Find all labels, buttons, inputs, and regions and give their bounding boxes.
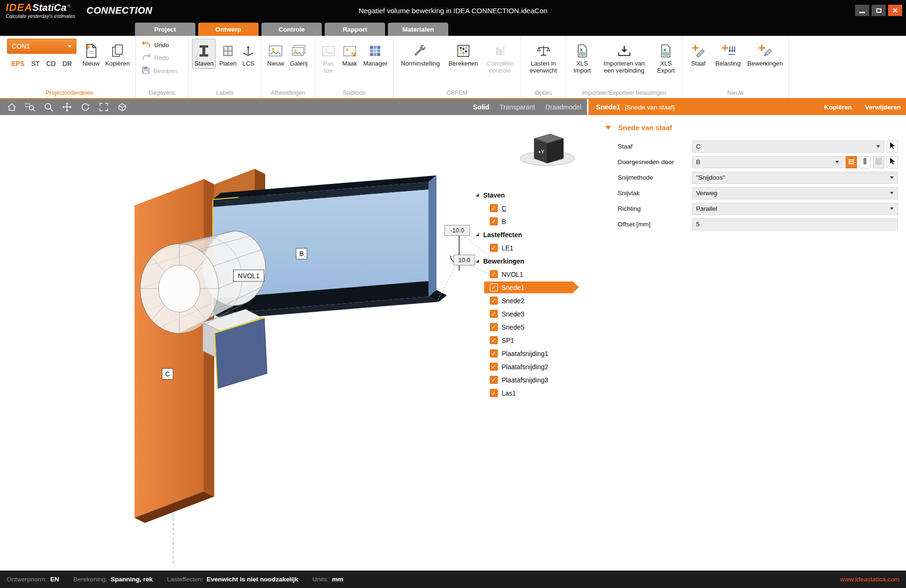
checkbox-checked-icon[interactable]: ✓ bbox=[490, 310, 498, 318]
checkbox-checked-icon[interactable]: ✓ bbox=[490, 349, 498, 357]
tab-rapport[interactable]: Rapport bbox=[325, 23, 385, 36]
mode-dr[interactable]: DR bbox=[62, 60, 72, 67]
zoom-icon[interactable] bbox=[42, 101, 55, 113]
checkbox-checked-icon[interactable]: ✓ bbox=[490, 336, 498, 344]
copy-operation-button[interactable]: Kopiëren bbox=[824, 104, 852, 111]
mode-cd[interactable]: CD bbox=[46, 60, 56, 67]
member-select[interactable]: C bbox=[692, 141, 884, 153]
tree-item-snede1-selected[interactable]: ✓ Snede1 bbox=[484, 282, 573, 293]
render-mode-solid[interactable]: Solid bbox=[473, 103, 489, 111]
tree-item-snede5[interactable]: ✓ Snede5 bbox=[490, 321, 524, 333]
loads-in-equilibrium-button[interactable]: Lasten in evenwicht bbox=[524, 39, 562, 75]
render-mode-wireframe[interactable]: Draadmodel bbox=[545, 103, 581, 111]
template-apply-button[interactable]: Pas toe bbox=[319, 39, 338, 75]
tree-item-nvol1[interactable]: ✓ NVOL1 bbox=[490, 268, 523, 280]
checkbox-checked-icon[interactable]: ✓ bbox=[490, 323, 498, 331]
zoom-fit-icon[interactable] bbox=[98, 101, 110, 113]
save-button[interactable]: Bewaren bbox=[139, 65, 180, 77]
home-view-icon[interactable] bbox=[6, 101, 18, 113]
complete-check-button[interactable]: Complete controle bbox=[483, 39, 517, 75]
cut-grid-toggle[interactable] bbox=[873, 156, 884, 168]
xls-export-button[interactable]: X XLS Export bbox=[654, 39, 679, 75]
website-link[interactable]: www.ideastatica.com bbox=[840, 576, 899, 583]
calculate-button[interactable]: Berekenen bbox=[445, 39, 482, 69]
cut-lines-toggle[interactable] bbox=[846, 156, 857, 168]
expander-icon[interactable] bbox=[476, 259, 479, 263]
expander-icon[interactable] bbox=[476, 193, 479, 197]
tree-group-lasteffecten[interactable]: Lasteffecten bbox=[476, 229, 522, 240]
template-manager-button[interactable]: Manager bbox=[361, 39, 390, 69]
cut-plane-select[interactable]: Verweg bbox=[692, 187, 898, 199]
tree-item-plaatafsnijding1[interactable]: ✓ Plaatafsnijding1 bbox=[490, 348, 548, 359]
tree-group-staven[interactable]: Staven bbox=[476, 189, 505, 201]
tree-item-sp1[interactable]: ✓ SP1 bbox=[490, 334, 514, 346]
new-operation-button[interactable]: Bewerkingen bbox=[745, 39, 785, 69]
pan-icon[interactable] bbox=[61, 101, 73, 113]
undo-button[interactable]: Undo bbox=[139, 40, 180, 50]
labels-platen-toggle[interactable]: Platen bbox=[217, 39, 239, 69]
pick-cut-member-button[interactable] bbox=[887, 156, 898, 168]
zoom-window-icon[interactable] bbox=[24, 101, 36, 113]
cut-method-select[interactable]: "Snijdoos" bbox=[692, 172, 898, 184]
viewport-canvas[interactable]: +Y B C NVOL1 -10.0 10.0 Staven ✓ C ✓ B bbox=[0, 115, 587, 571]
new-member-button[interactable]: Staaf bbox=[686, 39, 711, 69]
tree-item-snede3[interactable]: ✓ Snede3 bbox=[490, 308, 524, 320]
checkbox-checked-icon[interactable]: ✓ bbox=[490, 363, 498, 371]
dimension-label[interactable]: 10.0 bbox=[453, 255, 475, 265]
logo-tagline: Calculate yesterday's estimates bbox=[6, 14, 75, 19]
checkbox-checked-icon[interactable]: ✓ bbox=[490, 376, 498, 384]
checkbox-checked-icon[interactable]: ✓ bbox=[490, 297, 498, 305]
tree-item-b[interactable]: ✓ B bbox=[490, 215, 506, 227]
tree-item-snede2[interactable]: ✓ Snede2 bbox=[490, 295, 524, 306]
new-load-button[interactable]: Belasting bbox=[712, 39, 744, 69]
tab-materialen[interactable]: Materialen bbox=[388, 23, 448, 36]
checkbox-checked-icon[interactable]: ✓ bbox=[490, 389, 498, 397]
expander-icon[interactable] bbox=[476, 233, 479, 236]
tree-item-las1[interactable]: ✓ Las1 bbox=[490, 387, 516, 399]
tab-ontwerp[interactable]: Ontwerp bbox=[198, 23, 259, 36]
new-project-item-button[interactable]: Nieuw bbox=[80, 39, 102, 69]
mode-st[interactable]: ST bbox=[31, 60, 40, 67]
maximize-button[interactable] bbox=[872, 5, 886, 16]
tree-group-bewerkingen[interactable]: Bewerkingen bbox=[476, 255, 524, 267]
minimize-button[interactable] bbox=[855, 5, 869, 16]
cut-plate-toggle[interactable] bbox=[859, 156, 871, 168]
labels-staven-toggle[interactable]: Staven bbox=[192, 39, 216, 69]
mode-eps[interactable]: EPS bbox=[11, 60, 25, 67]
labels-lcs-toggle[interactable]: LCS bbox=[240, 39, 257, 69]
code-setup-button[interactable]: Norminstelling bbox=[397, 39, 444, 69]
tree-item-label: Snede5 bbox=[502, 323, 524, 331]
copy-project-item-button[interactable]: Kopiëren bbox=[103, 39, 132, 69]
close-button[interactable]: ✕ bbox=[888, 5, 902, 16]
gallery-button[interactable]: Galerij bbox=[287, 39, 310, 69]
section-box-icon[interactable] bbox=[116, 101, 128, 113]
project-item-select[interactable]: CON1 bbox=[7, 39, 76, 54]
dimension-label[interactable]: -10.0 bbox=[445, 225, 470, 236]
checkbox-checked-icon[interactable]: ✓ bbox=[490, 283, 498, 291]
new-image-button[interactable]: Nieuw bbox=[265, 39, 286, 69]
render-mode-transparent[interactable]: Transparant bbox=[500, 103, 535, 111]
checkbox-checked-icon[interactable]: ✓ bbox=[490, 270, 498, 278]
redo-button[interactable]: Redo bbox=[139, 52, 180, 63]
checkbox-checked-icon[interactable]: ✓ bbox=[490, 244, 498, 252]
rotate-view-icon[interactable] bbox=[79, 101, 92, 113]
checkbox-checked-icon[interactable]: ✓ bbox=[490, 204, 498, 212]
tab-controle[interactable]: Controle bbox=[261, 23, 322, 36]
direction-select[interactable]: Parallel bbox=[692, 203, 898, 215]
xls-import-button[interactable]: X XLS Import bbox=[570, 39, 595, 75]
cut-by-select[interactable]: B bbox=[692, 156, 843, 168]
tree-item-c[interactable]: ✓ C bbox=[490, 202, 506, 214]
tree-item-plaatafsnijding2[interactable]: ✓ Plaatafsnijding2 bbox=[490, 361, 548, 373]
pick-member-button[interactable] bbox=[887, 141, 898, 153]
import-connection-button[interactable]: Importeren van een verbinding bbox=[596, 39, 652, 75]
undo-icon bbox=[142, 41, 151, 50]
tab-project[interactable]: Project bbox=[135, 23, 195, 36]
checkbox-checked-icon[interactable]: ✓ bbox=[490, 217, 498, 225]
template-make-button[interactable]: Maak bbox=[339, 39, 360, 69]
tree-item-plaatafsnijding3[interactable]: ✓ Plaatafsnijding3 bbox=[490, 374, 548, 386]
delete-operation-button[interactable]: Verwijderen bbox=[865, 104, 901, 111]
section-collapse-icon[interactable] bbox=[605, 126, 611, 130]
offset-input[interactable]: 5 bbox=[692, 218, 898, 231]
section-snede-van-staaf[interactable]: Snede van staaf bbox=[588, 124, 906, 132]
tree-item-le1[interactable]: ✓ LE1 bbox=[490, 242, 513, 254]
